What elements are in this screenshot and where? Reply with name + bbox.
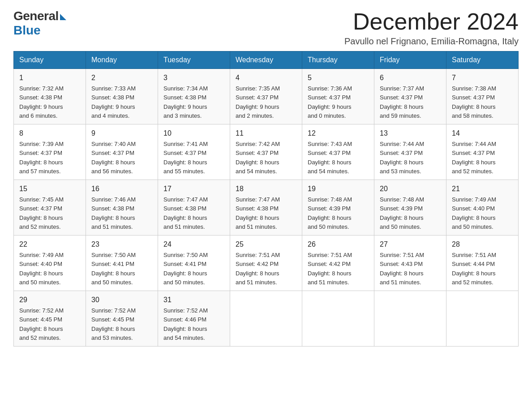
day-info: Sunrise: 7:50 AMSunset: 4:41 PMDaylight:… (91, 252, 136, 286)
day-number: 6 (380, 73, 441, 83)
day-info: Sunrise: 7:32 AMSunset: 4:38 PMDaylight:… (19, 85, 64, 119)
day-info: Sunrise: 7:49 AMSunset: 4:40 PMDaylight:… (452, 196, 496, 230)
day-number: 23 (91, 239, 152, 250)
calendar-cell: 6 Sunrise: 7:37 AMSunset: 4:37 PMDayligh… (374, 69, 446, 124)
day-number: 28 (452, 239, 513, 250)
column-header-saturday: Saturday (446, 51, 519, 69)
calendar-cell: 7 Sunrise: 7:38 AMSunset: 4:37 PMDayligh… (446, 69, 519, 124)
day-number: 25 (236, 239, 296, 250)
calendar-cell: 17 Sunrise: 7:47 AMSunset: 4:38 PMDaylig… (158, 180, 230, 235)
day-info: Sunrise: 7:35 AMSunset: 4:37 PMDaylight:… (236, 85, 280, 119)
day-info: Sunrise: 7:44 AMSunset: 4:37 PMDaylight:… (380, 141, 424, 175)
day-info: Sunrise: 7:52 AMSunset: 4:45 PMDaylight:… (91, 307, 136, 341)
day-number: 15 (19, 184, 80, 194)
logo-blue-text: Blue (13, 23, 41, 38)
day-info: Sunrise: 7:37 AMSunset: 4:37 PMDaylight:… (380, 85, 424, 119)
calendar-cell (374, 291, 446, 347)
column-header-thursday: Thursday (302, 51, 374, 69)
day-number: 4 (236, 73, 296, 83)
day-number: 16 (91, 184, 152, 194)
calendar-cell: 13 Sunrise: 7:44 AMSunset: 4:37 PMDaylig… (374, 124, 446, 180)
day-info: Sunrise: 7:34 AMSunset: 4:38 PMDaylight:… (163, 85, 208, 119)
day-info: Sunrise: 7:51 AMSunset: 4:42 PMDaylight:… (236, 252, 280, 286)
day-number: 11 (236, 128, 296, 139)
month-title: December 2024 (344, 9, 519, 34)
column-header-friday: Friday (374, 51, 446, 69)
calendar-cell: 16 Sunrise: 7:46 AMSunset: 4:38 PMDaylig… (86, 180, 158, 235)
day-info: Sunrise: 7:48 AMSunset: 4:39 PMDaylight:… (308, 196, 352, 230)
calendar-cell: 30 Sunrise: 7:52 AMSunset: 4:45 PMDaylig… (86, 291, 158, 347)
calendar-cell: 25 Sunrise: 7:51 AMSunset: 4:42 PMDaylig… (230, 235, 302, 291)
day-number: 7 (452, 73, 513, 83)
calendar-header-row: SundayMondayTuesdayWednesdayThursdayFrid… (14, 51, 519, 69)
day-info: Sunrise: 7:51 AMSunset: 4:44 PMDaylight:… (452, 252, 496, 286)
calendar-cell (302, 291, 374, 347)
logo: General Blue (13, 9, 66, 38)
day-info: Sunrise: 7:40 AMSunset: 4:37 PMDaylight:… (91, 141, 136, 175)
day-number: 19 (308, 184, 369, 194)
title-section: December 2024 Pavullo nel Frignano, Emil… (344, 9, 519, 47)
day-number: 17 (163, 184, 224, 194)
day-info: Sunrise: 7:38 AMSunset: 4:37 PMDaylight:… (452, 85, 496, 119)
calendar-cell: 31 Sunrise: 7:52 AMSunset: 4:46 PMDaylig… (158, 291, 230, 347)
day-number: 31 (163, 295, 224, 305)
day-info: Sunrise: 7:49 AMSunset: 4:40 PMDaylight:… (19, 252, 64, 286)
day-info: Sunrise: 7:33 AMSunset: 4:38 PMDaylight:… (91, 85, 136, 119)
column-header-wednesday: Wednesday (230, 51, 302, 69)
calendar-cell: 15 Sunrise: 7:45 AMSunset: 4:37 PMDaylig… (14, 180, 86, 235)
calendar-cell: 8 Sunrise: 7:39 AMSunset: 4:37 PMDayligh… (14, 124, 86, 180)
day-info: Sunrise: 7:51 AMSunset: 4:42 PMDaylight:… (308, 252, 352, 286)
logo-triangle-icon (60, 14, 66, 20)
day-number: 10 (163, 128, 224, 139)
day-number: 18 (236, 184, 296, 194)
calendar-cell: 11 Sunrise: 7:42 AMSunset: 4:37 PMDaylig… (230, 124, 302, 180)
day-number: 3 (163, 73, 224, 83)
calendar-cell: 23 Sunrise: 7:50 AMSunset: 4:41 PMDaylig… (86, 235, 158, 291)
day-number: 9 (91, 128, 152, 139)
day-info: Sunrise: 7:48 AMSunset: 4:39 PMDaylight:… (380, 196, 424, 230)
day-info: Sunrise: 7:50 AMSunset: 4:41 PMDaylight:… (163, 252, 208, 286)
calendar-cell: 26 Sunrise: 7:51 AMSunset: 4:42 PMDaylig… (302, 235, 374, 291)
calendar-cell: 5 Sunrise: 7:36 AMSunset: 4:37 PMDayligh… (302, 69, 374, 124)
calendar-week-row: 8 Sunrise: 7:39 AMSunset: 4:37 PMDayligh… (14, 124, 519, 180)
calendar-cell: 18 Sunrise: 7:47 AMSunset: 4:38 PMDaylig… (230, 180, 302, 235)
calendar-cell: 12 Sunrise: 7:43 AMSunset: 4:37 PMDaylig… (302, 124, 374, 180)
day-number: 29 (19, 295, 80, 305)
day-number: 2 (91, 73, 152, 83)
day-info: Sunrise: 7:52 AMSunset: 4:46 PMDaylight:… (163, 307, 208, 341)
calendar-cell: 9 Sunrise: 7:40 AMSunset: 4:37 PMDayligh… (86, 124, 158, 180)
calendar-cell: 2 Sunrise: 7:33 AMSunset: 4:38 PMDayligh… (86, 69, 158, 124)
calendar-week-row: 15 Sunrise: 7:45 AMSunset: 4:37 PMDaylig… (14, 180, 519, 235)
calendar-cell: 10 Sunrise: 7:41 AMSunset: 4:37 PMDaylig… (158, 124, 230, 180)
calendar-cell: 1 Sunrise: 7:32 AMSunset: 4:38 PMDayligh… (14, 69, 86, 124)
day-info: Sunrise: 7:45 AMSunset: 4:37 PMDaylight:… (19, 196, 64, 230)
day-info: Sunrise: 7:47 AMSunset: 4:38 PMDaylight:… (163, 196, 208, 230)
day-number: 13 (380, 128, 441, 139)
day-number: 8 (19, 128, 80, 139)
day-number: 30 (91, 295, 152, 305)
calendar-cell (230, 291, 302, 347)
day-info: Sunrise: 7:44 AMSunset: 4:37 PMDaylight:… (452, 141, 496, 175)
location-text: Pavullo nel Frignano, Emilia-Romagna, It… (344, 36, 519, 47)
day-number: 24 (163, 239, 224, 250)
day-number: 1 (19, 73, 80, 83)
day-info: Sunrise: 7:39 AMSunset: 4:37 PMDaylight:… (19, 141, 64, 175)
day-number: 20 (380, 184, 441, 194)
day-info: Sunrise: 7:52 AMSunset: 4:45 PMDaylight:… (19, 307, 64, 341)
column-header-sunday: Sunday (14, 51, 86, 69)
calendar-cell: 19 Sunrise: 7:48 AMSunset: 4:39 PMDaylig… (302, 180, 374, 235)
day-info: Sunrise: 7:43 AMSunset: 4:37 PMDaylight:… (308, 141, 352, 175)
column-header-tuesday: Tuesday (158, 51, 230, 69)
calendar-cell: 22 Sunrise: 7:49 AMSunset: 4:40 PMDaylig… (14, 235, 86, 291)
calendar-cell: 4 Sunrise: 7:35 AMSunset: 4:37 PMDayligh… (230, 69, 302, 124)
calendar-table: SundayMondayTuesdayWednesdayThursdayFrid… (13, 51, 519, 347)
day-number: 26 (308, 239, 369, 250)
day-number: 14 (452, 128, 513, 139)
day-number: 22 (19, 239, 80, 250)
calendar-cell: 3 Sunrise: 7:34 AMSunset: 4:38 PMDayligh… (158, 69, 230, 124)
day-info: Sunrise: 7:41 AMSunset: 4:37 PMDaylight:… (163, 141, 208, 175)
calendar-week-row: 29 Sunrise: 7:52 AMSunset: 4:45 PMDaylig… (14, 291, 519, 347)
calendar-cell: 27 Sunrise: 7:51 AMSunset: 4:43 PMDaylig… (374, 235, 446, 291)
day-number: 12 (308, 128, 369, 139)
calendar-cell: 28 Sunrise: 7:51 AMSunset: 4:44 PMDaylig… (446, 235, 519, 291)
